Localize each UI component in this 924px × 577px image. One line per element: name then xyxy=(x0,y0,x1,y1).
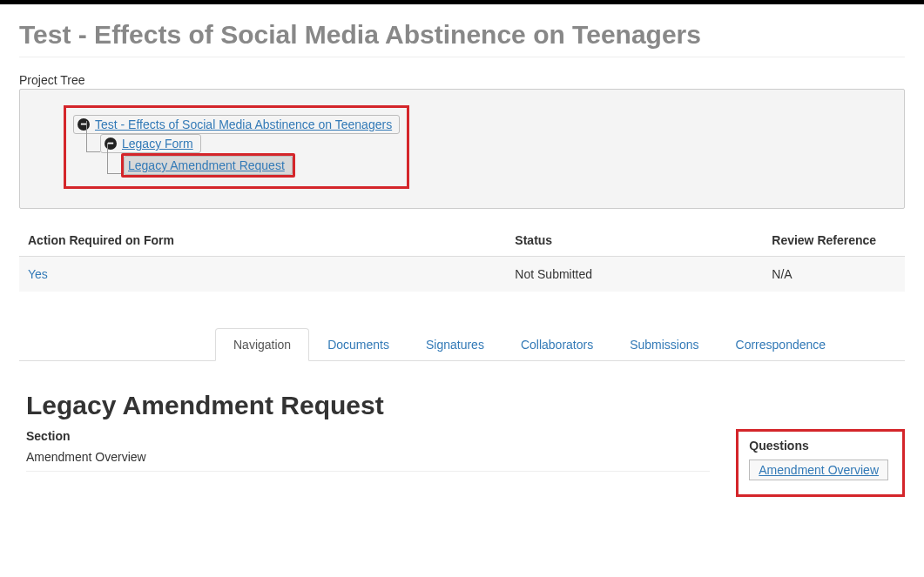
tab-submissions[interactable]: Submissions xyxy=(611,328,717,361)
questions-header: Questions xyxy=(749,439,888,453)
tab-signatures[interactable]: Signatures xyxy=(408,328,502,361)
col-action-required: Action Required on Form xyxy=(19,225,506,257)
section-value: Amendment Overview xyxy=(26,450,710,472)
tree-link-amendment-request[interactable]: Legacy Amendment Request xyxy=(128,158,285,172)
tree-row-level3: Legacy Amendment Request xyxy=(101,153,400,178)
tree-node-amendment-request[interactable]: Legacy Amendment Request xyxy=(124,156,293,175)
questions-highlight: Questions Amendment Overview xyxy=(736,429,905,497)
tree-link-root[interactable]: Test - Effects of Social Media Abstinenc… xyxy=(95,117,392,131)
tab-documents[interactable]: Documents xyxy=(309,328,408,361)
status-cell: Not Submitted xyxy=(506,257,763,292)
tree-row-root: ━ Test - Effects of Social Media Abstine… xyxy=(73,115,400,134)
action-required-link[interactable]: Yes xyxy=(28,267,48,281)
tab-correspondence[interactable]: Correspondence xyxy=(718,328,845,361)
tab-bar: NavigationDocumentsSignaturesCollaborato… xyxy=(19,328,905,361)
tree-link-legacy-form[interactable]: Legacy Form xyxy=(122,137,193,151)
col-status: Status xyxy=(506,225,763,257)
question-link-amendment-overview[interactable]: Amendment Overview xyxy=(749,460,888,480)
review-ref-cell: N/A xyxy=(763,257,905,292)
page-content: Test - Effects of Social Media Abstinenc… xyxy=(0,4,924,532)
form-section-columns: Section Amendment Overview Questions Ame… xyxy=(26,429,905,497)
col-review-reference: Review Reference xyxy=(763,225,905,257)
project-tree-panel: ━ Test - Effects of Social Media Abstine… xyxy=(19,89,905,209)
tree-node-selected-highlight: Legacy Amendment Request xyxy=(121,153,295,178)
status-table: Action Required on Form Status Review Re… xyxy=(19,225,905,292)
tab-collaborators[interactable]: Collaborators xyxy=(502,328,611,361)
form-title: Legacy Amendment Request xyxy=(26,391,905,420)
tree-connector xyxy=(86,121,100,152)
tab-navigation[interactable]: Navigation xyxy=(215,328,309,361)
tree-row-level2: ━ Legacy Form xyxy=(80,134,400,153)
tree-node-root[interactable]: ━ Test - Effects of Social Media Abstine… xyxy=(73,115,400,134)
project-tree-highlight: ━ Test - Effects of Social Media Abstine… xyxy=(64,105,409,189)
project-tree-label: Project Tree xyxy=(19,73,905,87)
section-header: Section xyxy=(26,429,710,443)
page-title: Test - Effects of Social Media Abstinenc… xyxy=(19,20,905,57)
tree-connector xyxy=(107,143,121,174)
table-row: Yes Not Submitted N/A xyxy=(19,257,905,292)
section-column: Section Amendment Overview xyxy=(26,429,710,497)
